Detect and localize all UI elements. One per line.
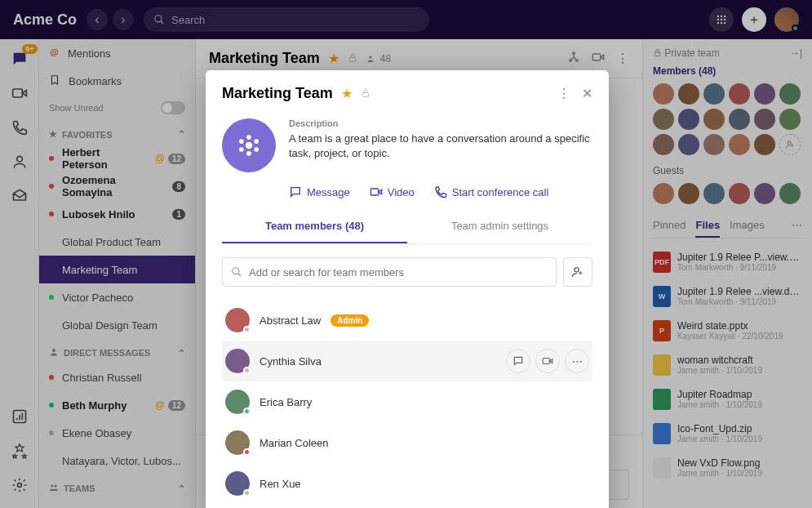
svg-point-35 (246, 135, 251, 140)
modal-more-icon[interactable]: ⋮ (557, 86, 570, 101)
svg-line-43 (238, 274, 242, 277)
conference-action[interactable]: Start conference call (434, 185, 549, 198)
member-avatar (225, 349, 250, 373)
svg-point-37 (239, 139, 244, 144)
member-list: Abstract LawAdminCynthia Silva⋯Erica Bar… (222, 300, 592, 508)
modal-actions: Message Video Start conference call (222, 185, 592, 198)
tab-admin-settings[interactable]: Team admin settings (407, 210, 592, 243)
member-avatar (225, 308, 250, 332)
presence-dot (243, 367, 251, 374)
presence-dot (243, 326, 251, 333)
svg-rect-33 (362, 92, 368, 96)
description-label: Description (289, 118, 592, 128)
modal-close-icon[interactable]: ✕ (582, 86, 592, 101)
member-row[interactable]: Cynthia Silva⋯ (222, 341, 592, 381)
svg-point-34 (246, 142, 253, 149)
team-avatar-icon (222, 118, 276, 172)
more-icon[interactable]: ⋯ (565, 349, 589, 373)
presence-dot (243, 448, 251, 456)
member-row[interactable]: Erica Barry (222, 381, 592, 422)
member-name: Marian Coleen (260, 437, 329, 449)
member-avatar (225, 390, 250, 414)
svg-point-42 (233, 268, 239, 274)
video-icon[interactable] (535, 349, 560, 373)
svg-point-38 (254, 139, 259, 144)
modal-title: Marketing Team (222, 85, 333, 102)
member-avatar (225, 430, 250, 455)
message-action[interactable]: Message (289, 185, 350, 198)
member-search-input[interactable] (249, 266, 548, 279)
svg-point-39 (239, 147, 244, 152)
member-search[interactable] (222, 257, 557, 287)
member-name: Abstract Law (260, 314, 321, 327)
add-member-button[interactable] (563, 257, 592, 287)
description-text: A team is a great place to have a conver… (289, 131, 592, 161)
member-search-row (222, 244, 592, 300)
svg-rect-45 (543, 359, 549, 364)
svg-rect-41 (371, 189, 378, 195)
member-row[interactable]: Ren Xue (222, 463, 592, 504)
favorite-star-icon[interactable]: ★ (341, 86, 353, 101)
presence-dot (243, 489, 251, 497)
svg-point-36 (246, 151, 251, 156)
member-name: Erica Barry (260, 396, 312, 408)
svg-point-44 (575, 268, 579, 272)
svg-point-40 (254, 147, 259, 152)
member-name: Cynthia Silva (260, 355, 322, 368)
video-action[interactable]: Video (370, 185, 415, 198)
modal-header: Marketing Team ★ ⋮ ✕ (206, 70, 609, 110)
member-avatar (225, 471, 250, 496)
member-row[interactable]: Abstract LawAdmin (222, 300, 592, 341)
member-row[interactable]: Marian Coleen (222, 422, 592, 463)
tab-team-members[interactable]: Team members (48) (222, 210, 407, 243)
team-description-section: Description A team is a great place to h… (222, 110, 592, 185)
lock-icon (361, 87, 371, 101)
member-name: Ren Xue (260, 478, 301, 490)
team-details-modal: Marketing Team ★ ⋮ ✕ Description A team … (206, 70, 609, 508)
admin-badge: Admin (331, 314, 369, 327)
modal-tabs: Team members (48) Team admin settings (222, 210, 592, 244)
presence-dot (243, 408, 251, 415)
message-icon[interactable] (506, 349, 530, 373)
